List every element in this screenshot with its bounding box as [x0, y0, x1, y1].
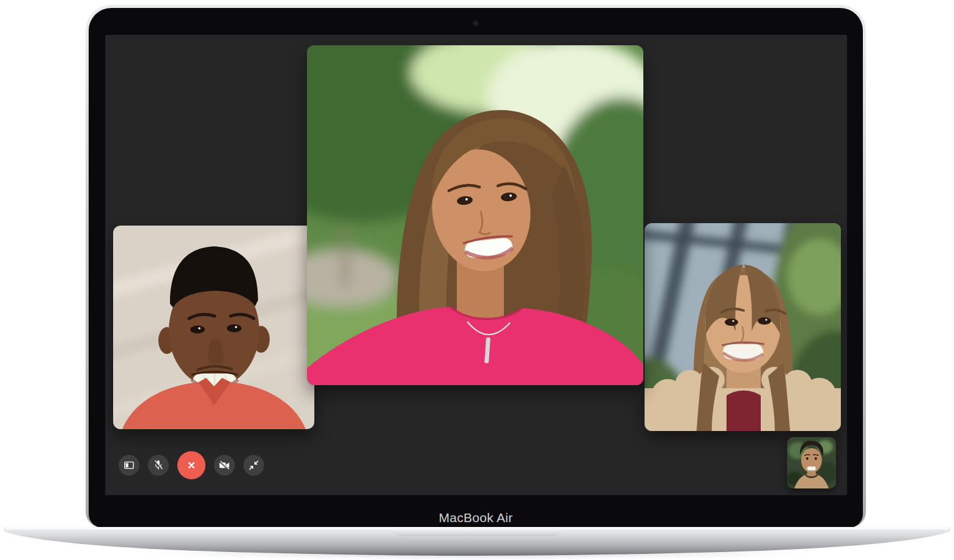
sidebar-button[interactable]: [119, 455, 139, 476]
self-view-tile[interactable]: [787, 437, 836, 488]
self-view-portrait: [787, 437, 836, 488]
video-tile-active-speaker[interactable]: [307, 45, 643, 385]
sidebar-icon: [122, 459, 136, 472]
minimize-button[interactable]: [243, 455, 264, 476]
laptop-base: [0, 523, 954, 560]
mute-button[interactable]: [148, 455, 169, 476]
screen-bezel: MacBook Air: [89, 8, 863, 528]
participant-right-portrait: [645, 223, 841, 431]
webcam-dot: [473, 21, 478, 26]
collapse-icon: [247, 459, 261, 472]
close-x-icon: [184, 458, 199, 473]
call-controls-bar: [119, 451, 264, 479]
macbook-air-mockup: MacBook Air: [0, 0, 954, 560]
video-tile-participant-left[interactable]: [113, 226, 314, 429]
facetime-call-screen: [105, 35, 847, 495]
camera-off-button[interactable]: [214, 455, 235, 476]
mic-off-icon: [152, 459, 165, 472]
video-tile-participant-right[interactable]: [645, 223, 841, 431]
camera-off-icon: [218, 459, 231, 472]
participant-left-portrait: [113, 226, 314, 429]
active-speaker-portrait: [307, 45, 643, 385]
end-call-button[interactable]: [177, 451, 205, 479]
laptop-lid: MacBook Air: [86, 5, 866, 528]
